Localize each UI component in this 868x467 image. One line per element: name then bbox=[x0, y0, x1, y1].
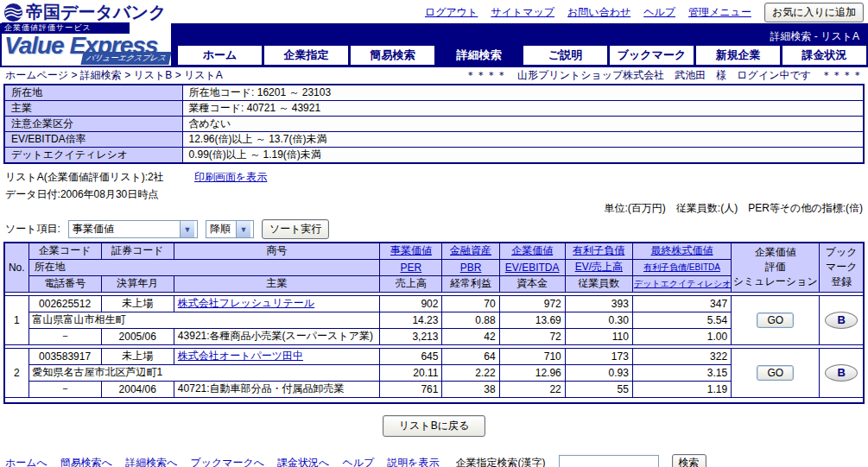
stock-code: 未上場 bbox=[101, 348, 174, 364]
capital: 22 bbox=[499, 381, 565, 397]
pbr: 0.88 bbox=[442, 312, 499, 328]
sort-de-ratio-link[interactable]: デットエクイティレシオ bbox=[634, 279, 732, 288]
footer-bookmark-link[interactable]: ブックマークへ bbox=[190, 456, 264, 467]
footer-detail-search-link[interactable]: 詳細検索へ bbox=[125, 456, 177, 467]
add-favorite-button[interactable]: お気に入りに追加 bbox=[764, 3, 864, 22]
sort-financial-assets-link[interactable]: 金融資産 bbox=[450, 244, 491, 256]
de-ratio: 1.00 bbox=[632, 328, 731, 344]
back-to-list-b-button[interactable]: リストBに戻る bbox=[383, 415, 485, 437]
search-button[interactable]: 検索 bbox=[672, 454, 706, 467]
separator-row bbox=[4, 397, 864, 403]
table-row: EV/EBITDA倍率 12.96(倍)以上 ～ 13.7(倍)未満 bbox=[4, 132, 864, 148]
ev-ebitda: 13.69 bbox=[499, 312, 565, 328]
record-no: 2 bbox=[4, 348, 29, 397]
tab-company-specify[interactable]: 企業指定 bbox=[264, 46, 348, 65]
sort-field-select[interactable]: 事業価値 ▼ bbox=[68, 220, 198, 238]
ev-ebitda: 12.96 bbox=[499, 364, 565, 381]
employees: 55 bbox=[565, 381, 632, 397]
fiscal: 2005/06 bbox=[101, 328, 174, 344]
list-info-line: リストA(企業価値評価リスト):2社 印刷画面を表示 bbox=[5, 170, 863, 185]
sort-label: ソート項目: bbox=[5, 222, 60, 237]
sitemap-link[interactable]: サイトマップ bbox=[491, 5, 554, 20]
simulation-header-line: シミュレーション bbox=[732, 275, 818, 289]
col-bookmark: ブック マーク 登録 bbox=[820, 243, 864, 292]
bookmark-button[interactable]: B bbox=[825, 364, 858, 382]
company-search-input[interactable] bbox=[559, 455, 659, 467]
stock-code: 未上場 bbox=[101, 295, 174, 312]
final-equity: 347 bbox=[632, 295, 731, 312]
phone: － bbox=[29, 328, 101, 344]
sort-pbr-link[interactable]: PBR bbox=[460, 262, 482, 274]
industry: 43921:各種商品小売業(スーパーストア業) bbox=[174, 328, 379, 344]
interest-debt: 173 bbox=[565, 348, 632, 364]
de-ratio: 1.19 bbox=[632, 381, 731, 397]
tab-explanation[interactable]: ご説明 bbox=[523, 46, 607, 65]
sort-controls: ソート項目: 事業価値 ▼ 降順 ▼ ソート実行 bbox=[5, 219, 868, 239]
col-trade-name: 商号 bbox=[174, 243, 379, 259]
tab-bookmark[interactable]: ブックマーク bbox=[610, 46, 694, 65]
bookmark-button[interactable]: B bbox=[825, 312, 858, 329]
chevron-down-icon: ▼ bbox=[236, 221, 250, 237]
condition-label: デットエクイティレシオ bbox=[4, 148, 182, 164]
final-equity: 322 bbox=[632, 348, 731, 364]
go-button[interactable]: GO bbox=[757, 365, 794, 381]
per: 14.23 bbox=[380, 312, 442, 328]
condition-value: 12.96(倍)以上 ～ 13.7(倍)未満 bbox=[182, 132, 864, 148]
sort-ev-sales-link[interactable]: EV/売上高 bbox=[575, 261, 623, 273]
tab-new-company[interactable]: 新規企業 bbox=[696, 46, 780, 65]
contact-link[interactable]: お問い合わせ bbox=[567, 5, 630, 20]
go-button[interactable]: GO bbox=[757, 312, 794, 328]
table-row: 所在地 所在地コード: 16201 ～ 23103 bbox=[4, 85, 864, 101]
bookmark-cell: B bbox=[820, 295, 864, 344]
sort-debt-ebitda-link[interactable]: 有利子負債/EBITDA bbox=[643, 262, 720, 272]
company-name-link[interactable]: 株式会社オートパーツ田中 bbox=[178, 350, 303, 362]
sort-enterprise-value-link[interactable]: 企業価値 bbox=[511, 244, 553, 256]
per: 20.11 bbox=[380, 364, 442, 381]
capital: 72 bbox=[499, 328, 565, 344]
employees: 110 bbox=[565, 328, 632, 344]
tab-detail-search[interactable]: 詳細検索 bbox=[437, 46, 521, 65]
sort-per-link[interactable]: PER bbox=[401, 262, 422, 274]
teikoku-logo-text: 帝国データバンク bbox=[26, 1, 166, 24]
col-fiscal: 決算年月 bbox=[101, 275, 174, 292]
footer-home-link[interactable]: ホームへ bbox=[5, 456, 48, 467]
ev-sales: 0.93 bbox=[565, 364, 632, 381]
footer-show-explanation-link[interactable]: 説明を表示 bbox=[387, 456, 439, 467]
sort-ev-ebitda-link[interactable]: EV/EBITDA bbox=[505, 262, 560, 274]
logout-link[interactable]: ログアウト bbox=[425, 5, 478, 20]
footer-billing-link[interactable]: 課金状況へ bbox=[277, 456, 329, 467]
financial-assets: 70 bbox=[442, 295, 499, 312]
ev-sales: 0.30 bbox=[565, 312, 632, 328]
sort-interest-debt-link[interactable]: 有利子負債 bbox=[573, 244, 624, 256]
sort-business-value-link[interactable]: 事業価値 bbox=[390, 244, 432, 256]
footer-simple-search-link[interactable]: 簡易検索へ bbox=[60, 456, 112, 467]
tab-home[interactable]: ホーム bbox=[178, 46, 262, 65]
debt-ebitda: 5.54 bbox=[632, 312, 731, 328]
tab-simple-search[interactable]: 簡易検索 bbox=[351, 46, 434, 65]
back-row: リストBに戻る bbox=[0, 415, 868, 437]
bookmark-cell: B bbox=[820, 348, 864, 397]
col-capital: 資本金 bbox=[499, 275, 565, 292]
print-view-link[interactable]: 印刷画面を表示 bbox=[194, 171, 267, 183]
footer-help-link[interactable]: ヘルプ bbox=[342, 456, 374, 467]
enterprise-value: 710 bbox=[499, 348, 565, 364]
sort-field-value: 事業価値 bbox=[69, 222, 180, 237]
tab-billing[interactable]: 課金状況 bbox=[782, 46, 866, 65]
results-table: No. 企業コード 証券コード 商号 事業価値 金融資産 企業価値 有利子負債 … bbox=[3, 242, 865, 404]
sales: 761 bbox=[380, 381, 442, 397]
admin-menu-link[interactable]: 管理メニュー bbox=[688, 5, 751, 20]
sort-execute-button[interactable]: ソート実行 bbox=[262, 219, 330, 239]
teikoku-databank-logo: 帝国データバンク bbox=[3, 1, 166, 24]
record-2-row-1: 2 003583917 未上場 株式会社オートパーツ田中 645 64 710 … bbox=[4, 348, 864, 364]
breadcrumb-row: ホームページ > 詳細検索 > リストB > リストA ＊＊＊＊ 山形プリントシ… bbox=[0, 67, 868, 83]
sort-final-equity-link[interactable]: 最終株式価値 bbox=[651, 244, 713, 256]
bookmark-header-line: ブック bbox=[820, 245, 862, 260]
company-search-label: 企業指定検索(漢字) bbox=[456, 456, 546, 467]
top-bar: 帝国データバンク ログアウト サイトマップ お問い合わせ ヘルプ 管理メニュー … bbox=[0, 0, 868, 23]
company-name-link[interactable]: 株式会社フレッシュリテール bbox=[178, 297, 314, 309]
help-link[interactable]: ヘルプ bbox=[643, 5, 675, 20]
sort-order-select[interactable]: 降順 ▼ bbox=[206, 220, 254, 238]
col-no: No. bbox=[4, 243, 29, 292]
debt-ebitda: 3.15 bbox=[632, 364, 731, 381]
condition-value: 業種コード: 40721 ～ 43921 bbox=[182, 101, 864, 117]
